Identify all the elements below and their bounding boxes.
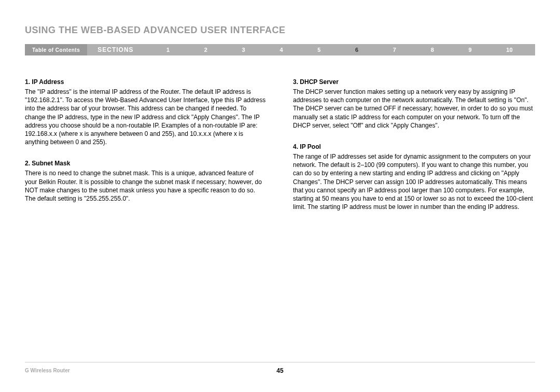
nav-sections-label: SECTIONS — [87, 46, 144, 53]
heading-subnet-mask: 2. Subnet Mask — [25, 160, 267, 167]
left-column: 1. IP Address The "IP address" is the in… — [25, 78, 267, 225]
page-title: USING THE WEB-BASED ADVANCED USER INTERF… — [25, 25, 535, 36]
nav-toc-link[interactable]: Table of Contents — [25, 44, 87, 55]
page-footer: G Wireless Router 45 — [25, 362, 535, 373]
footer-product-name: G Wireless Router — [25, 368, 70, 373]
nav-section-3[interactable]: 3 — [242, 47, 245, 53]
section-subnet-mask: 2. Subnet Mask There is no need to chang… — [25, 160, 267, 203]
section-dhcp-server: 3. DHCP Server The DHCP server function … — [293, 78, 535, 130]
nav-section-9[interactable]: 9 — [469, 47, 472, 53]
text-ip-pool: The range of IP addresses set aside for … — [293, 152, 535, 211]
heading-ip-pool: 4. IP Pool — [293, 143, 535, 150]
nav-section-8[interactable]: 8 — [431, 47, 434, 53]
heading-dhcp-server: 3. DHCP Server — [293, 78, 535, 86]
right-column: 3. DHCP Server The DHCP server function … — [293, 78, 535, 225]
nav-numbers-container: 1 2 3 4 5 6 7 8 9 10 — [144, 47, 535, 53]
text-ip-address: The "IP address" is the internal IP addr… — [25, 88, 267, 146]
nav-section-1[interactable]: 1 — [166, 47, 170, 53]
nav-section-2[interactable]: 2 — [204, 47, 207, 53]
section-nav-bar: Table of Contents SECTIONS 1 2 3 4 5 6 7… — [25, 44, 535, 55]
footer-page-number: 45 — [276, 367, 283, 374]
content-area: 1. IP Address The "IP address" is the in… — [25, 78, 535, 225]
heading-ip-address: 1. IP Address — [25, 78, 267, 86]
nav-section-7[interactable]: 7 — [393, 47, 396, 53]
nav-section-4[interactable]: 4 — [279, 47, 283, 53]
nav-section-10[interactable]: 10 — [506, 47, 512, 53]
text-dhcp-server: The DHCP server function makes setting u… — [293, 88, 535, 130]
nav-section-6[interactable]: 6 — [355, 47, 358, 53]
section-ip-pool: 4. IP Pool The range of IP addresses set… — [293, 143, 535, 211]
text-subnet-mask: There is no need to change the subnet ma… — [25, 169, 267, 203]
section-ip-address: 1. IP Address The "IP address" is the in… — [25, 78, 267, 146]
nav-section-5[interactable]: 5 — [317, 47, 320, 53]
